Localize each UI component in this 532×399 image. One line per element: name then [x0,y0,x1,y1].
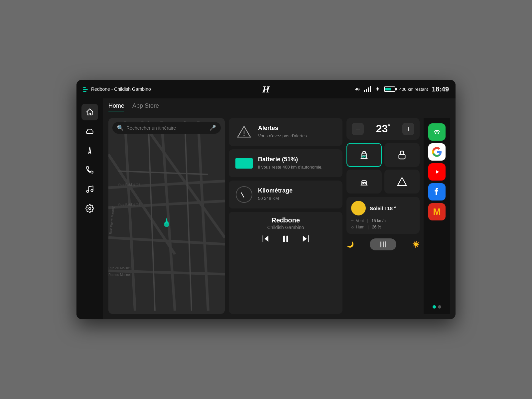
seat-heat-front-button[interactable] [346,143,382,167]
google-app-icon[interactable] [428,143,446,161]
search-input[interactable] [126,125,207,131]
wind-row: ~ Vent | 15 km/h [351,218,415,223]
alert-icon [235,123,253,141]
center-cards: Alertes Vous n'avez pas d'alertes. Batte… [229,118,342,314]
sidebar-item-phone[interactable] [81,162,98,178]
rear-heat-icon [359,176,369,187]
svg-rect-30 [283,236,285,242]
svg-text:Rue Faidherbe: Rue Faidherbe [118,182,141,187]
music-bars-icon [83,87,88,92]
top-bar-right: 4G ✦ 400 km restant 18:49 [330,85,449,93]
svg-point-5 [91,190,93,192]
svg-text:H: H [262,84,270,94]
music-controls [235,234,336,243]
content-area: Home App Store 🔍 🎤 [103,98,456,319]
temp-minus-button[interactable]: − [352,123,364,135]
temperature-display: 23° [376,123,390,135]
now-playing-label: Redbone - Childish Gambino [91,86,151,92]
km-restant-label: 400 km restant [399,87,428,92]
humidity-value: 26 % [372,225,381,229]
lock-icon [397,150,407,160]
google-g-icon [432,147,442,157]
top-bar-left: Redbone - Childish Gambino [83,86,202,92]
prev-track-button[interactable] [261,234,270,243]
triangle-warning-icon [397,176,407,187]
tab-bar: Home App Store [108,102,450,114]
sidebar-item-home[interactable] [81,104,98,120]
youtube-app-icon[interactable] [428,163,446,181]
phone-icon [85,166,94,174]
alert-title: Alertes [258,125,308,132]
sidebar-item-navigate[interactable] [81,142,98,159]
seat-heat-icon [359,150,369,160]
degree-symbol: ° [388,123,390,130]
battery-icon [384,86,395,92]
sidebar-item-music[interactable] [81,181,98,198]
settings-icon [85,204,94,213]
mic-icon[interactable]: 🎤 [209,125,216,131]
warning-button[interactable] [384,170,420,194]
svg-text:Rue du Molinel: Rue du Molinel [108,273,131,277]
lock-button[interactable] [384,143,420,167]
svg-point-6 [89,207,91,210]
alert-card: Alertes Vous n'avez pas d'alertes. [229,118,342,146]
mileage-icon-area [235,186,253,203]
top-bar: Redbone - Childish Gambino H 4G ✦ 400 km [76,80,456,98]
car-screen: Redbone - Childish Gambino H 4G ✦ 400 km [76,80,456,319]
mcdonalds-app-icon[interactable]: M [428,203,446,220]
wind-icon: ~ [351,218,354,223]
battery-level-icon [235,158,253,169]
map-panel[interactable]: 🔍 🎤 [108,118,225,314]
weather-detail: ~ Vent | 15 km/h ○ Hum | 26 % [351,218,415,230]
car-icon [85,127,94,136]
warning-triangle-icon [236,124,252,140]
weather-main: Soleil I 18 ° [370,205,396,211]
weather-description: Soleil I 18 ° [370,205,396,211]
sun-icon [351,201,366,215]
next-track-button[interactable] [301,234,310,243]
page-dots [433,305,441,310]
navigate-icon [85,146,94,155]
weather-card: Soleil I 18 ° ~ Vent | 15 km/h ○ [346,197,420,234]
facebook-app-icon[interactable] [428,183,446,200]
battery-desc: Il vous reste 400 km d'autonomie. [258,164,323,170]
temp-plus-button[interactable]: + [402,123,414,135]
right-cards: − 23° + [346,118,420,314]
alert-card-text: Alertes Vous n'avez pas d'alertes. [258,125,308,139]
clock-label: 18:49 [432,85,449,93]
spotify-icon [432,127,442,137]
svg-text:Rue Faidherbe: Rue Faidherbe [118,202,141,206]
pause-button[interactable] [281,234,290,243]
mileage-title: Kilométrage [258,187,293,194]
signal-4g-label: 4G [355,87,360,91]
page-dot-2[interactable] [438,305,441,309]
battery-title: Batterie (51%) [258,156,323,163]
home-icon [85,108,94,116]
battery-card-icon-area [235,155,253,172]
skip-forward-icon [301,234,310,243]
music-icon [85,185,94,194]
map-view: Rue Faidherbe Rue Faidherbe Rue Pierre M… [108,118,225,314]
music-card: Redbone Childish Gambino [229,212,342,314]
weather-top: Soleil I 18 ° [351,201,415,215]
brightness-row: 🌙 ☀️ [346,237,420,252]
pause-icon [281,234,290,243]
music-artist-label: Childish Gambino [235,225,336,230]
brightness-toggle[interactable] [370,238,396,250]
spotify-app-icon[interactable] [428,123,446,141]
battery-card-text: Batterie (51%) Il vous reste 400 km d'au… [258,156,323,170]
tab-home[interactable]: Home [108,102,124,111]
svg-rect-33 [399,155,405,159]
sidebar-item-settings[interactable] [81,200,98,217]
battery-container [384,86,395,92]
page-dot-1[interactable] [433,305,436,309]
facebook-icon [432,187,442,197]
youtube-icon [432,167,442,177]
app-sidebar: M [424,118,450,314]
sidebar-item-car[interactable] [81,123,98,140]
wind-value: 15 km/h [371,218,386,223]
map-search-bar[interactable]: 🔍 🎤 [112,122,221,134]
quick-actions-grid [346,143,420,194]
tab-appstore[interactable]: App Store [132,102,159,111]
seat-heat-rear-button[interactable] [346,170,382,194]
